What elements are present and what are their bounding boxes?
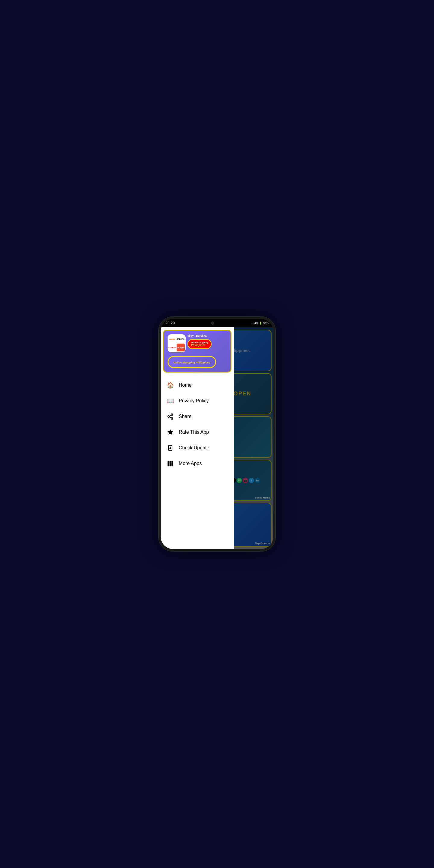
menu-item-privacy-policy[interactable]: 📖 Privacy Policy (161, 393, 234, 409)
nav-drawer: Lazada ZALORA carousel Shopee (161, 327, 234, 549)
lazada-icon: Lazada (168, 335, 176, 343)
svg-rect-13 (172, 463, 173, 465)
svg-rect-10 (172, 461, 173, 463)
screen-content: ilippines OPEN pines f ♪ (161, 327, 273, 549)
menu-item-check-update[interactable]: Check Update (161, 440, 234, 456)
network-type: 4G (254, 321, 258, 324)
app-name-badge: Online Shopping Philippines (187, 339, 212, 349)
svg-marker-6 (167, 430, 173, 435)
more-apps-icon (167, 460, 174, 467)
more-apps-label: More Apps (179, 461, 202, 466)
philippines-label: Philippines (191, 344, 208, 347)
svg-text:Lazada: Lazada (169, 338, 175, 340)
menu-item-rate-this-app[interactable]: Rate This App (161, 424, 234, 440)
branded-button-text: Online Shopping Philippines (173, 361, 210, 364)
home-label: Home (179, 382, 192, 388)
app-icon-box: Lazada ZALORA carousel Shopee (167, 334, 186, 352)
privacy-policy-icon: 📖 (167, 397, 174, 404)
carousell-icon: carousel (168, 344, 176, 351)
svg-rect-15 (170, 465, 172, 467)
menu-item-home[interactable]: 🏠 Home (161, 377, 234, 393)
branded-button[interactable]: Online Shopping Philippines (167, 356, 216, 368)
battery-level: 82% (263, 321, 269, 324)
menu-item-share[interactable]: Share (161, 409, 234, 424)
battery-icon: 🔋 (259, 321, 262, 324)
menu-item-more-apps[interactable]: More Apps (161, 456, 234, 471)
rate-this-app-label: Rate This App (179, 430, 209, 435)
camera-cutout (211, 321, 214, 324)
zalora-icon: ZALORA (177, 335, 185, 343)
phone-screen: 20:20 ▪▪▪ 4G 🔋 82% ilippines (161, 319, 273, 549)
menu-list: 🏠 Home 📖 Privacy Policy (161, 375, 234, 549)
brand-row-ebay: ebay Bershka (187, 334, 212, 337)
privacy-policy-label: Privacy Policy (179, 398, 209, 404)
signal-icon: ▪▪▪ (250, 321, 253, 324)
share-label: Share (179, 414, 192, 419)
svg-rect-14 (167, 465, 169, 467)
status-time: 20:20 (165, 321, 175, 325)
svg-line-4 (169, 417, 171, 418)
svg-rect-9 (170, 461, 172, 463)
app-icon-area: Lazada ZALORA carousel Shopee (167, 334, 227, 352)
svg-rect-8 (167, 461, 169, 463)
home-indicator (202, 547, 232, 547)
rate-icon (167, 429, 174, 436)
online-shopping-label: Online Shopping (191, 341, 208, 344)
home-icon: 🏠 (167, 381, 174, 389)
svg-line-5 (169, 415, 171, 416)
check-update-icon (167, 444, 174, 452)
shopee-icon: Shopee (177, 344, 185, 351)
svg-rect-12 (170, 463, 172, 465)
share-icon (167, 413, 174, 420)
phone-frame: 20:20 ▪▪▪ 4G 🔋 82% ilippines (158, 316, 276, 552)
status-icons: ▪▪▪ 4G 🔋 82% (250, 321, 269, 324)
svg-rect-11 (167, 463, 169, 465)
app-title-area: ebay Bershka Online Shopping Philippines (187, 334, 212, 349)
status-bar: 20:20 ▪▪▪ 4G 🔋 82% (161, 319, 273, 327)
svg-rect-16 (172, 465, 173, 467)
check-update-label: Check Update (179, 445, 209, 451)
drawer-header: Lazada ZALORA carousel Shopee (163, 330, 231, 373)
